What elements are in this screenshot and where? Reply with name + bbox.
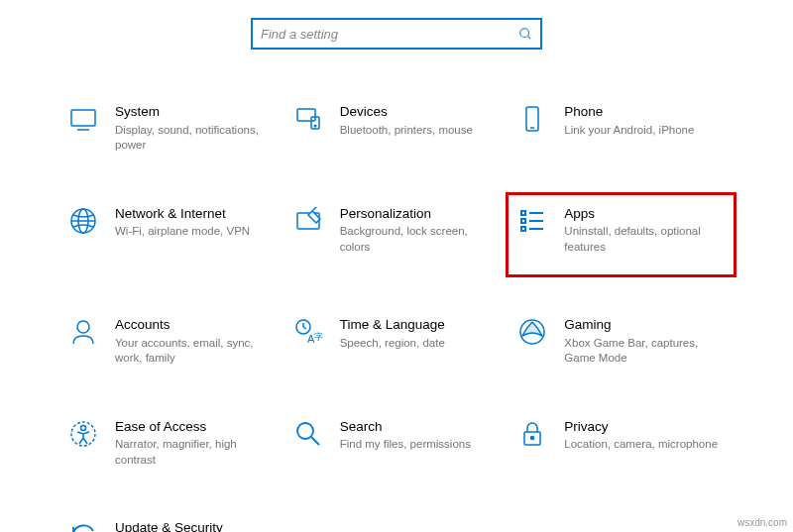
- tile-privacy[interactable]: PrivacyLocation, camera, microphone: [509, 412, 734, 475]
- tile-title: Personalization: [340, 205, 494, 223]
- svg-rect-17: [521, 219, 525, 223]
- tile-desc: Narrator, magnifier, high contrast: [115, 437, 269, 468]
- tile-system[interactable]: SystemDisplay, sound, notifications, pow…: [59, 97, 284, 160]
- svg-point-22: [77, 321, 89, 333]
- tile-title: Gaming: [564, 316, 718, 334]
- tile-title: Time & Language: [340, 316, 445, 334]
- tile-update-security[interactable]: Update & SecurityWindows Update, recover…: [59, 513, 284, 532]
- tile-desc: Bluetooth, printers, mouse: [340, 123, 473, 139]
- tile-phone[interactable]: PhoneLink your Android, iPhone: [509, 97, 734, 160]
- svg-line-15: [312, 207, 316, 211]
- tile-desc: Wi-Fi, airplane mode, VPN: [115, 224, 250, 240]
- tile-title: System: [115, 103, 269, 121]
- search-input[interactable]: [261, 27, 518, 42]
- apps-icon: [516, 205, 548, 237]
- tile-search[interactable]: SearchFind my files, permissions: [284, 412, 510, 475]
- svg-rect-16: [521, 211, 525, 215]
- tile-title: Apps: [564, 205, 718, 223]
- svg-line-25: [303, 327, 306, 329]
- tile-desc: Display, sound, notifications, power: [115, 123, 269, 154]
- gaming-icon: [516, 316, 548, 348]
- tile-apps[interactable]: AppsUninstall, defaults, optional featur…: [506, 192, 736, 278]
- tile-title: Search: [340, 418, 471, 436]
- search-category-icon: [292, 418, 324, 450]
- tile-ease-of-access[interactable]: Ease of AccessNarrator, magnifier, high …: [59, 412, 284, 475]
- tile-gaming[interactable]: GamingXbox Game Bar, captures, Game Mode: [509, 310, 734, 372]
- tile-personalization[interactable]: PersonalizationBackground, lock screen, …: [284, 199, 510, 271]
- tile-desc: Uninstall, defaults, optional features: [564, 224, 718, 255]
- svg-point-31: [297, 423, 313, 439]
- update-security-icon: [67, 519, 99, 532]
- svg-point-0: [520, 29, 529, 38]
- tile-title: Update & Security: [115, 519, 269, 532]
- tile-desc: Find my files, permissions: [340, 437, 471, 453]
- tile-title: Privacy: [564, 418, 718, 436]
- tile-desc: Link your Android, iPhone: [564, 123, 694, 139]
- personalization-icon: [292, 205, 324, 237]
- svg-line-1: [528, 37, 531, 40]
- svg-rect-2: [71, 110, 95, 126]
- network-icon: [67, 205, 99, 237]
- accounts-icon: [67, 316, 99, 348]
- settings-grid: SystemDisplay, sound, notifications, pow…: [0, 50, 793, 532]
- system-icon: [67, 103, 99, 135]
- svg-point-6: [314, 125, 316, 127]
- tile-time-language[interactable]: A字 Time & LanguageSpeech, region, date: [284, 310, 510, 372]
- phone-icon: [516, 103, 548, 135]
- svg-rect-4: [297, 109, 315, 121]
- privacy-icon: [516, 418, 548, 450]
- tile-title: Network & Internet: [115, 205, 250, 223]
- watermark: wsxdn.com: [737, 517, 787, 528]
- time-language-icon: A字: [292, 316, 324, 348]
- devices-icon: [292, 103, 324, 135]
- tile-title: Phone: [564, 103, 694, 121]
- tile-desc: Your accounts, email, sync, work, family: [115, 336, 269, 367]
- tile-network[interactable]: Network & InternetWi-Fi, airplane mode, …: [59, 199, 284, 271]
- tile-devices[interactable]: DevicesBluetooth, printers, mouse: [284, 97, 510, 160]
- svg-text:字: 字: [314, 332, 323, 342]
- tile-desc: Background, lock screen, colors: [340, 224, 494, 255]
- tile-accounts[interactable]: AccountsYour accounts, email, sync, work…: [59, 310, 284, 372]
- tile-desc: Speech, region, date: [340, 336, 445, 352]
- search-box[interactable]: [251, 18, 542, 50]
- tile-title: Accounts: [115, 316, 269, 334]
- tile-title: Devices: [340, 103, 473, 121]
- tile-desc: Location, camera, microphone: [564, 437, 718, 453]
- ease-of-access-icon: [67, 418, 99, 450]
- svg-point-34: [531, 436, 534, 439]
- svg-rect-18: [521, 227, 525, 231]
- tile-desc: Xbox Game Bar, captures, Game Mode: [564, 336, 718, 367]
- tile-title: Ease of Access: [115, 418, 269, 436]
- svg-line-32: [311, 437, 319, 445]
- svg-point-30: [81, 425, 86, 430]
- search-icon: [518, 27, 532, 41]
